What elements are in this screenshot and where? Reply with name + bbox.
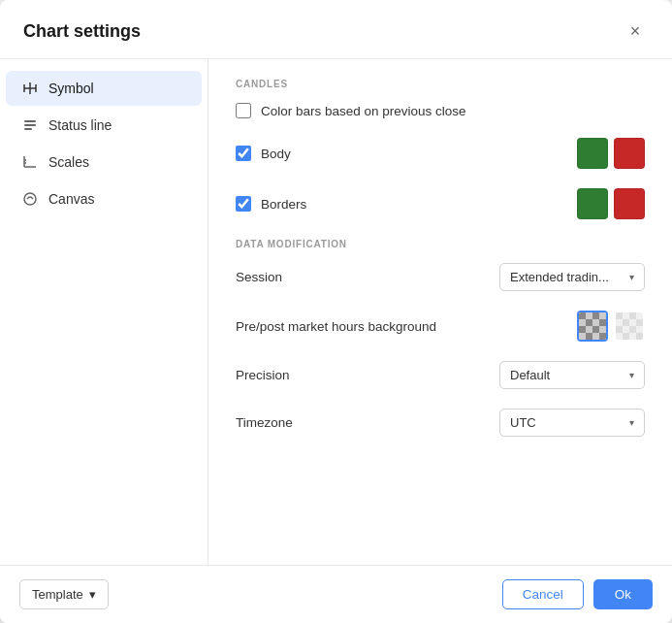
svg-rect-16 [599,319,606,326]
body-label: Body [261,147,291,161]
dialog-header: Chart settings × [0,0,672,59]
timezone-label: Timezone [236,415,293,430]
svg-rect-6 [24,128,32,130]
dialog-footer: Template ▾ Cancel Ok [0,565,672,623]
svg-rect-14 [592,312,599,319]
body-color-down[interactable] [614,138,645,169]
footer-actions: Cancel Ok [502,579,653,609]
body-color-up[interactable] [577,138,608,169]
timezone-value: UTC [510,415,536,430]
svg-rect-25 [636,319,643,326]
sidebar: Symbol Status line [0,59,208,565]
data-modification-section-label: Data Modification [236,239,645,249]
pre-post-pattern-light[interactable] [614,311,645,342]
svg-rect-29 [636,333,643,340]
close-button[interactable]: × [622,17,649,45]
sidebar-item-scales-label: Scales [48,154,89,170]
svg-rect-23 [629,312,636,319]
dialog-body: Symbol Status line [0,59,672,565]
sidebar-item-symbol-label: Symbol [48,81,94,96]
svg-rect-15 [586,319,592,326]
template-chevron-icon: ▾ [89,587,96,602]
pre-post-patterns [577,311,645,342]
svg-rect-27 [629,326,636,333]
borders-color-up[interactable] [577,188,608,219]
color-bars-row: Color bars based on previous close [236,103,645,118]
candles-section-label: Candles [236,79,645,89]
pre-post-row: Pre/post market hours background [236,311,645,342]
timezone-chevron-icon: ▾ [629,417,634,428]
svg-rect-20 [599,333,606,340]
dialog-title: Chart settings [23,21,141,42]
color-bars-label: Color bars based on previous close [261,104,466,118]
session-label: Session [236,270,282,284]
template-label: Template [32,587,83,602]
close-icon: × [630,21,641,42]
body-row-left: Body [236,146,291,161]
sidebar-item-status-label: Status line [48,117,112,133]
svg-rect-13 [579,312,586,319]
sidebar-item-symbol[interactable]: Symbol [6,71,202,106]
cancel-button[interactable]: Cancel [502,579,584,609]
session-row: Session Extended tradin... ▾ [236,263,645,291]
body-row: Body [236,138,645,169]
canvas-icon [21,190,39,208]
svg-rect-19 [586,333,592,340]
borders-label: Borders [261,197,306,212]
pre-post-pattern-dark[interactable] [577,311,608,342]
borders-row-left: Borders [236,196,306,212]
timezone-row: Timezone UTC ▾ [236,409,645,437]
session-chevron-icon: ▾ [629,272,634,282]
svg-rect-24 [623,319,629,326]
symbol-icon [21,80,39,97]
svg-rect-5 [24,124,36,126]
sidebar-item-canvas[interactable]: Canvas [6,181,202,216]
sidebar-item-status-line[interactable]: Status line [6,108,202,143]
precision-chevron-icon: ▾ [629,370,634,380]
body-color-pair [577,138,645,169]
body-checkbox[interactable] [236,146,251,161]
sidebar-item-canvas-label: Canvas [48,191,94,207]
precision-value: Default [510,368,550,382]
precision-dropdown[interactable]: Default ▾ [499,361,645,389]
svg-rect-26 [616,326,623,333]
svg-rect-18 [592,326,599,333]
pre-post-label: Pre/post market hours background [236,319,436,334]
timezone-dropdown[interactable]: UTC ▾ [499,409,645,437]
borders-checkbox[interactable] [236,196,251,212]
borders-color-pair [577,188,645,219]
scales-icon [21,153,39,171]
session-dropdown[interactable]: Extended tradin... ▾ [499,263,645,291]
chart-settings-dialog: Chart settings × Symbol [0,0,672,623]
borders-row: Borders [236,188,645,219]
svg-rect-17 [579,326,586,333]
borders-color-down[interactable] [614,188,645,219]
ok-button[interactable]: Ok [593,579,653,609]
precision-label: Precision [236,368,290,382]
status-line-icon [21,116,39,134]
template-button[interactable]: Template ▾ [19,579,109,609]
main-content: Candles Color bars based on previous clo… [208,59,672,565]
precision-row: Precision Default ▾ [236,361,645,389]
color-bars-checkbox[interactable] [236,103,251,118]
svg-point-11 [24,193,36,205]
session-value: Extended tradin... [510,270,609,284]
svg-rect-22 [616,312,623,319]
svg-rect-4 [24,120,36,122]
svg-rect-28 [623,333,629,340]
sidebar-item-scales[interactable]: Scales [6,145,202,180]
